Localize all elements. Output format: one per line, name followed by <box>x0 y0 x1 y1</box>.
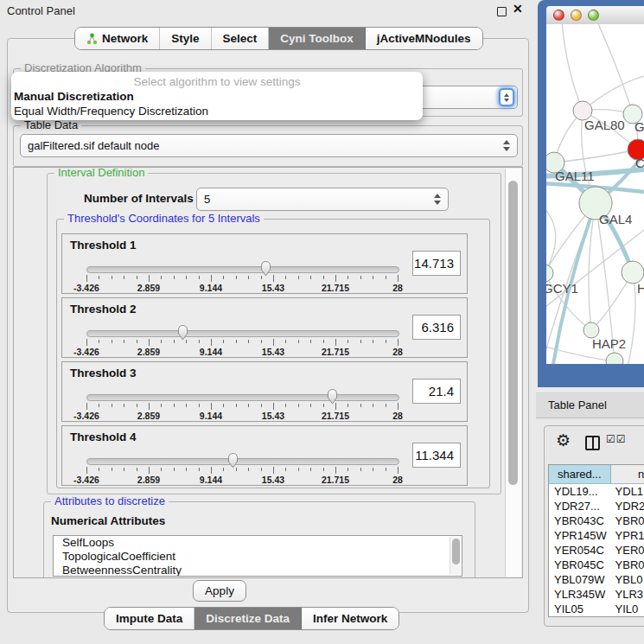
column-header-na[interactable]: na <box>611 465 644 483</box>
minor-tick <box>112 340 112 343</box>
scrollbar-thumb[interactable] <box>508 181 518 485</box>
minor-tick <box>174 468 175 471</box>
attribute-item-betweennesscentrality[interactable]: BetweennessCentrality <box>54 564 462 577</box>
threshold-value-field[interactable]: 11.344 <box>412 443 461 468</box>
threshold-value-field[interactable]: 6.316 <box>412 315 461 340</box>
tick-label: 2.859 <box>137 347 160 357</box>
settings-vertical-scrollbar[interactable] <box>505 169 521 577</box>
minor-tick <box>323 468 324 471</box>
threshold-value-field[interactable]: 21.4 <box>412 379 461 404</box>
close-window-icon[interactable] <box>553 10 564 21</box>
number-of-intervals-combobox[interactable]: 5 <box>196 188 449 211</box>
major-tick <box>398 275 399 282</box>
minor-tick <box>386 276 386 279</box>
tab-network[interactable]: Network <box>75 28 160 49</box>
minor-tick <box>348 468 348 471</box>
algorithm-combobox-spinner[interactable] <box>499 88 514 106</box>
table-data-combobox[interactable]: galFiltered.sif default node <box>20 134 518 157</box>
tab-discretize-data[interactable]: Discretize Data <box>194 608 302 629</box>
algorithm-option-select-algorithm-to-view-settings[interactable]: Select algorithm to view settings <box>11 74 423 89</box>
slider-track[interactable] <box>86 458 399 465</box>
network-edge[interactable] <box>596 24 633 114</box>
tick-label: 28 <box>392 411 403 421</box>
tick-label: 28 <box>392 283 403 293</box>
tab-infer-network[interactable]: Infer Network <box>302 608 399 629</box>
network-canvas[interactable]: GAL80GCGAL11GAL4GCY1HHAP2 <box>546 24 644 364</box>
tab-cyni-toolbox[interactable]: Cyni Toolbox <box>269 28 366 49</box>
algorithm-option-equal-width-frequency-discretization[interactable]: Equal Width/Frequency Discretization <box>11 104 423 118</box>
table-row[interactable]: YER054CYER0 <box>549 543 644 558</box>
zoom-window-icon[interactable] <box>588 10 599 21</box>
close-panel-icon[interactable]: ✕ <box>513 2 523 16</box>
minimize-window-icon[interactable] <box>571 10 582 21</box>
minor-tick <box>199 276 200 279</box>
table-row[interactable]: YLR345WYLR3 <box>549 587 644 602</box>
slider-thumb[interactable] <box>258 259 273 277</box>
scrollbar-thumb[interactable] <box>452 539 460 564</box>
slider-track[interactable] <box>86 330 399 337</box>
tick-label: 21.715 <box>322 411 349 421</box>
column-header-shared-[interactable]: shared... <box>549 465 611 483</box>
minor-tick <box>137 468 137 471</box>
control-panel-top-tabs: NetworkStyleSelectCyni ToolboxjActiveMNo… <box>74 27 483 50</box>
slider-tick-labels: -3.4262.8599.14415.4321.71528 <box>86 283 398 293</box>
network-node-gcy1[interactable] <box>546 265 553 282</box>
slider-thumb[interactable] <box>325 387 340 405</box>
slider-track[interactable] <box>86 266 399 273</box>
network-window: GAL80GCGAL11GAL4GCY1HHAP2 <box>538 0 644 387</box>
minor-tick <box>310 404 311 407</box>
tick-label: 2.859 <box>137 283 160 293</box>
attributes-list-scrollbar[interactable] <box>450 537 461 575</box>
threshold-label: Threshold 2 <box>70 303 137 316</box>
slider-thumb[interactable] <box>226 451 240 469</box>
table-row[interactable]: YIL05YIL0 <box>549 602 644 616</box>
minor-tick <box>236 276 237 279</box>
minor-tick <box>323 404 324 407</box>
numerical-attributes-list[interactable]: SelfLoopsTopologicalCoefficientBetweenne… <box>53 535 462 577</box>
apply-button[interactable]: Apply <box>193 580 246 602</box>
threshold-box-1: Threshold 1-3.4262.8599.14415.4321.71528… <box>61 233 468 294</box>
spinner-down-icon <box>504 99 509 102</box>
column-manager-icon[interactable] <box>585 436 600 450</box>
minor-tick <box>137 340 137 343</box>
minor-tick <box>285 468 286 471</box>
cell-shared-name: YER054C <box>549 543 611 558</box>
network-edge[interactable] <box>562 24 583 111</box>
major-tick <box>149 403 150 410</box>
select-all-icon[interactable]: ☑☑ <box>606 433 627 445</box>
minor-tick <box>285 404 286 407</box>
algorithm-option-manual-discretization[interactable]: Manual Discretization <box>11 89 423 104</box>
table-row[interactable]: YDR27...YDR2 <box>549 499 644 513</box>
slider-track[interactable] <box>86 394 399 401</box>
minor-tick <box>223 404 224 407</box>
node-table[interactable]: shared...na YDL19...YDL1YDR27...YDR2YBR0… <box>548 464 644 617</box>
number-of-intervals-value: 5 <box>204 193 210 206</box>
cell-shared-name: YDL19... <box>549 484 611 499</box>
table-row[interactable]: YPR145WYPR1 <box>549 528 644 543</box>
gear-icon[interactable]: ⚙ <box>556 432 571 450</box>
table-row[interactable]: YBL079WYBL0 <box>549 572 644 587</box>
attribute-item-topologicalcoefficient[interactable]: TopologicalCoefficient <box>54 550 462 564</box>
spinner-up-icon <box>504 93 509 97</box>
network-edge[interactable] <box>554 150 638 163</box>
tab-jactivemnodules[interactable]: jActiveMNodules <box>366 28 482 49</box>
float-window-icon[interactable] <box>497 7 507 16</box>
major-tick <box>273 403 274 410</box>
slider-thumb[interactable] <box>175 323 190 341</box>
table-row[interactable]: YDL19...YDL1 <box>549 484 644 499</box>
table-rows: YDL19...YDL1YDR27...YDR2YBR043CYBR0YPR14… <box>549 484 644 616</box>
threshold-value-field[interactable]: 14.713 <box>412 251 461 276</box>
network-window-titlebar[interactable] <box>546 6 644 25</box>
minor-tick <box>373 340 373 343</box>
tab-style[interactable]: Style <box>160 28 211 49</box>
network-node[interactable] <box>606 353 623 364</box>
attribute-item-selfloops[interactable]: SelfLoops <box>54 536 462 550</box>
network-edge[interactable] <box>628 272 635 364</box>
table-row[interactable]: YBR045CYBR0 <box>549 558 644 572</box>
table-row[interactable]: YBR043CYBR0 <box>549 513 644 528</box>
tab-impute-data[interactable]: Impute Data <box>105 608 194 629</box>
minor-tick <box>310 340 311 343</box>
control-panel-titlebar: Control Panel ✕ <box>0 0 534 21</box>
tab-select[interactable]: Select <box>212 28 270 49</box>
minor-tick <box>161 468 162 471</box>
